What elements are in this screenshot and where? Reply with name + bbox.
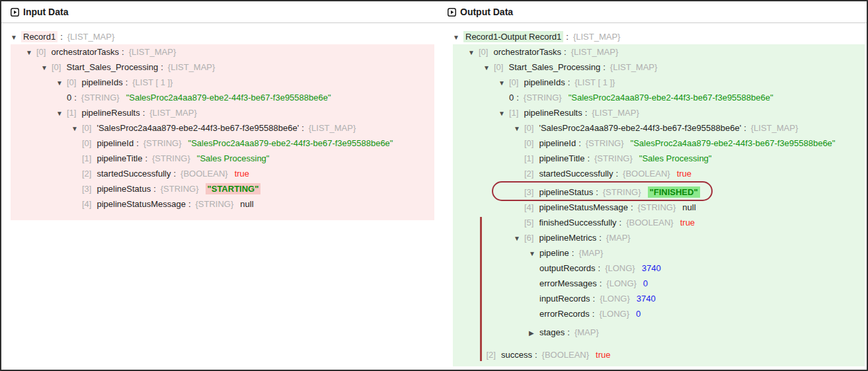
index-label: [2] [487,350,496,360]
key-label: startedSuccessfully [97,169,171,179]
input-tree: ▼Record1:{LIST_MAP}▼[0]orchestratorTasks… [1,23,437,212]
tree-row: ▼[0]pipelineIds:{LIST [ 1 ]} [437,75,868,90]
tree-row: [1]pipelineTitle:{STRING}"Sales Processi… [437,151,868,166]
collapse-toggle-icon[interactable]: ▼ [56,75,67,91]
tree-row: ▼[0]'SalesProc2a4aa879-ebe2-44f3-be67-f3… [1,120,437,136]
index-label: [2] [82,169,91,179]
collapse-toggle-icon[interactable]: ▼ [498,75,509,91]
key-label: Start_Sales_Processing [66,62,158,72]
key-label: pipelineIds [81,77,122,87]
output-data-header: Output Data [448,7,513,17]
index-label: [0] [67,77,76,87]
tree-row: [2]success:{BOOLEAN}true [437,347,868,362]
colon-separator: : [568,77,571,87]
type-label: {LIST_MAP} [309,123,356,133]
colon-separator: : [631,202,633,212]
colon-separator: : [567,327,570,337]
collapse-toggle-icon[interactable]: ▼ [498,106,509,121]
type-label: {STRING} [638,202,676,212]
index-label: [6] [524,233,533,243]
tree-row: ▼[0]'SalesProc2a4aa879-ebe2-44f3-be67-f3… [437,120,868,136]
collapse-toggle-icon[interactable]: ▼ [483,60,494,75]
type-label: {LIST_MAP} [610,62,658,72]
tree-row: outputRecords:{LONG}3740 [437,261,868,276]
key-label: pipeline [539,248,569,258]
tree-row: ▼[0]orchestratorTasks:{LIST_MAP} [1,44,437,60]
key-label: Record1-Output Record1 [463,31,563,42]
tree-row: [2]startedSuccessfully:{BOOLEAN}true [437,166,868,181]
collapse-toggle-icon[interactable]: ▼ [26,45,36,60]
type-label: {LIST_MAP} [129,47,177,57]
output-data-panel: ▼Record1-Output Record1:{LIST_MAP}▼[0]or… [437,23,868,370]
type-label: {MAP} [574,327,599,337]
type-label: {STRING} [152,153,190,163]
key-label: pipelineStatusMessage [539,202,627,212]
tree-row: [4]pipelineStatusMessage:{STRING}null [1,196,437,212]
collapse-toggle-icon[interactable]: ▼ [453,30,463,45]
key-label: pipelineId [97,138,134,148]
index-label: [0] [494,62,503,72]
tree-row: ▼[1]pipelineResults:{LIST_MAP} [1,105,437,120]
type-label: {LIST [ 1 ]} [574,77,615,87]
type-label: {BOOLEAN} [623,169,670,179]
value-label: 0 [643,278,648,288]
value-label: "SalesProc2a4aa879-ebe2-44f3-be67-f3e955… [188,138,393,148]
type-label: {STRING} [586,138,624,148]
key-label: pipelineIds [524,77,565,87]
index-label: [0] [524,138,533,148]
tree-row: ▼[1]pipelineResults:{LIST_MAP} [437,105,868,120]
colon-separator: : [592,309,595,319]
tree-row: [3]pipelineStatus:{STRING}"STARTING" [1,181,437,196]
tree-row: errorRecords:{LONG}0 [437,306,868,321]
tree-row: [4]pipelineStatusMessage:{STRING}null [437,200,868,215]
value-label: 3740 [642,263,661,273]
output-tree: ▼Record1-Output Record1:{LIST_MAP}▼[0]or… [437,23,868,362]
value-label: "Sales Processing" [639,153,712,163]
collapse-toggle-icon[interactable]: ▼ [514,121,524,136]
key-label: finishedSuccessfully [539,218,616,227]
type-label: {LIST_MAP} [592,108,639,118]
tree-row: ▼[0]Start_Sales_Processing:{LIST_MAP} [437,60,868,75]
expand-toggle-icon[interactable]: ▶ [529,325,539,341]
tree-row: ▼[0]orchestratorTasks:{LIST_MAP} [437,44,868,60]
key-label: pipelineId [539,138,576,148]
index-label: [0] [509,77,518,87]
collapse-toggle-icon[interactable]: ▼ [529,246,539,261]
tree-row: [3]pipelineStatus:{STRING}"FINISHED" [437,185,868,200]
colon-separator: : [60,32,63,42]
colon-separator: : [585,108,588,118]
colon-separator: : [535,350,537,360]
type-label: {STRING} [143,138,182,148]
colon-separator: : [145,153,147,163]
value-label: 3740 [637,294,656,304]
value-label: true [680,218,695,227]
tree-row: [1]pipelineTitle:{STRING}"Sales Processi… [1,151,437,166]
colon-separator: : [153,184,156,194]
collapse-toggle-icon[interactable]: ▼ [514,231,524,246]
value-label: "Sales Processing" [197,153,270,163]
tree-row: [2]startedSuccessfully:{BOOLEAN}true [1,166,437,181]
colon-separator: : [615,169,618,179]
index-label: [4] [82,199,91,209]
index-label: [0] [52,62,61,72]
colon-separator: : [188,199,191,209]
tree-row: ▼Record1:{LIST_MAP} [1,29,437,44]
collapse-toggle-icon[interactable]: ▼ [468,45,479,60]
type-label: {LIST_MAP} [751,123,799,133]
type-label: {STRING} [196,199,234,209]
type-label: {LIST_MAP} [571,47,619,57]
key-label: orchestratorTasks [51,47,119,57]
collapse-toggle-icon[interactable]: ▼ [71,121,82,136]
type-label: {LIST_MAP} [67,32,115,42]
colon-separator: : [619,218,622,227]
collapse-toggle-icon[interactable]: ▼ [41,60,52,75]
index-label: [1] [82,153,91,163]
collapse-toggle-icon[interactable]: ▼ [11,30,21,45]
colon-separator: : [122,47,124,57]
colon-separator: : [74,93,77,103]
collapse-toggle-icon[interactable]: ▼ [56,106,67,121]
tree-row: ▼pipeline:{MAP} [437,245,868,261]
key-label: 0 [509,93,514,103]
type-label: {STRING} [524,93,562,103]
key-label: pipelineTitle [97,153,142,163]
